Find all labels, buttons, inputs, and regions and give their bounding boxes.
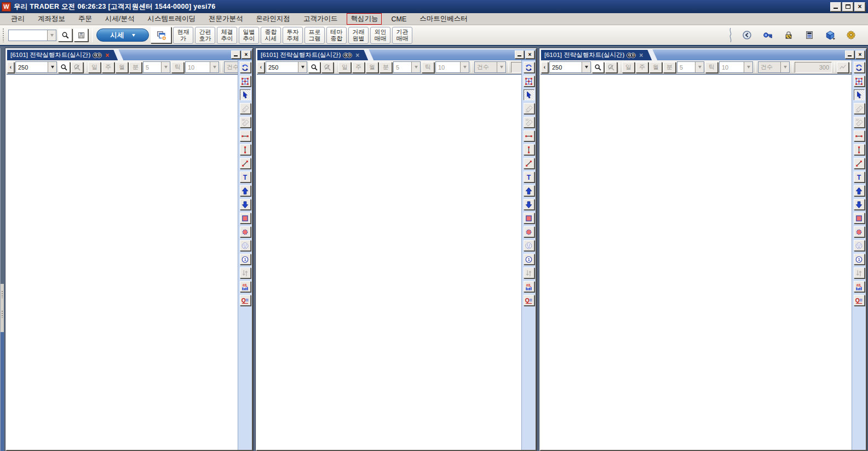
chart-canvas[interactable]	[257, 75, 521, 450]
menu-item-4[interactable]: 시세/분석	[100, 13, 140, 25]
quick-button-현재가[interactable]: 현재가	[173, 27, 193, 44]
menu-item-6[interactable]: 전문가분석	[203, 13, 249, 25]
menu-item-8[interactable]: 고객가이드	[298, 13, 343, 25]
stock-code-combo[interactable]	[8, 30, 56, 41]
scroll-left-button[interactable]: ‹	[7, 62, 14, 73]
quick-button-체결추이[interactable]: 체결추이	[217, 27, 237, 44]
rectangle-tool-button[interactable]	[854, 213, 865, 224]
horizontal-line-button[interactable]	[240, 130, 251, 141]
memo-button[interactable]: Q	[524, 295, 534, 306]
dock-grip[interactable]	[1, 310, 3, 318]
child-close-button[interactable]: ×	[525, 50, 534, 59]
clone-window-button[interactable]	[151, 27, 171, 43]
tab-close-icon[interactable]: ×	[105, 52, 109, 59]
chart-window-tab[interactable]: [6101] 전략실행차트(실시간) GD ×	[257, 50, 368, 60]
ellipse-tool-button[interactable]	[854, 226, 865, 237]
toolbar-grip[interactable]	[2, 28, 5, 42]
chart-window-titlebar[interactable]: [6101] 전략실행차트(실시간) GD × ×	[541, 49, 866, 60]
rectangle-tool-button[interactable]	[524, 213, 534, 224]
menu-item-7[interactable]: 온라인지점	[250, 13, 296, 25]
trend-line-button[interactable]	[524, 158, 534, 169]
menu-item-2[interactable]: 계좌정보	[32, 13, 71, 25]
trend-line-button[interactable]	[854, 158, 865, 169]
profit-loss-button[interactable]: #/L	[854, 281, 865, 292]
dock-grip[interactable]	[1, 290, 3, 298]
refresh-button[interactable]	[240, 62, 251, 73]
arrow-up-button[interactable]	[854, 185, 865, 196]
child-minimize-button[interactable]	[845, 50, 854, 59]
chevron-down-icon[interactable]	[47, 30, 56, 41]
arrow-down-button[interactable]	[240, 199, 251, 210]
smiley-tool-button[interactable]	[240, 240, 251, 251]
chart-search-button[interactable]	[592, 62, 604, 73]
collapse-handle-icon[interactable]	[728, 28, 733, 42]
vertical-line-button[interactable]	[854, 144, 865, 155]
period-combo[interactable]: 250	[15, 61, 57, 73]
chart-search-button[interactable]	[308, 62, 320, 73]
quick-button-테마종합[interactable]: 테마종합	[326, 27, 347, 44]
quick-button-기관매매[interactable]: 기관매매	[392, 27, 412, 44]
text-tool-button[interactable]: T	[854, 172, 865, 182]
left-dock-splitter[interactable]	[0, 48, 4, 451]
menu-item-10[interactable]: CME	[386, 14, 412, 24]
vertical-line-button[interactable]	[240, 144, 251, 155]
quick-button-종합시세[interactable]: 종합시세	[261, 27, 281, 44]
tab-close-icon[interactable]: ×	[639, 52, 643, 59]
period-combo[interactable]: 250	[549, 61, 591, 73]
chart-window-titlebar[interactable]: [6101] 전략실행차트(실시간) GD × ×	[257, 49, 536, 60]
horizontal-line-button[interactable]	[524, 130, 534, 141]
refresh-button[interactable]	[854, 62, 865, 73]
chevron-down-icon[interactable]	[582, 62, 590, 72]
memo-button[interactable]: Q	[854, 295, 865, 306]
smiley-tool-button[interactable]	[524, 240, 534, 251]
memo-button[interactable]: Q	[240, 295, 251, 306]
text-tool-button[interactable]: T	[524, 172, 534, 182]
calculator-button[interactable]	[802, 28, 817, 42]
vertical-line-button[interactable]	[524, 144, 534, 155]
tab-close-icon[interactable]: ×	[355, 52, 359, 59]
child-minimize-button[interactable]	[515, 50, 524, 59]
cursor-tool-button[interactable]	[524, 89, 534, 100]
certificate-button[interactable]	[761, 28, 775, 42]
ellipse-tool-button[interactable]	[240, 226, 251, 237]
pattern-grid-button[interactable]	[240, 76, 251, 87]
smiley-tool-button[interactable]	[854, 240, 865, 251]
profit-loss-button[interactable]: #/L	[524, 281, 534, 292]
chevron-down-icon[interactable]	[298, 62, 307, 72]
arrow-down-button[interactable]	[524, 199, 534, 210]
quick-button-외인매매[interactable]: 외인매매	[370, 27, 390, 44]
cursor-tool-button[interactable]	[854, 89, 865, 100]
quick-button-거래원별[interactable]: 거래원별	[348, 27, 369, 44]
arrow-up-button[interactable]	[240, 185, 251, 196]
rectangle-tool-button[interactable]	[240, 213, 251, 224]
child-minimize-button[interactable]	[231, 50, 240, 59]
cursor-tool-button[interactable]	[240, 89, 251, 100]
quick-button-투자주체[interactable]: 투자주체	[283, 27, 303, 44]
number-marker-button[interactable]: 1	[240, 254, 251, 265]
child-close-button[interactable]: ×	[242, 50, 251, 59]
menu-item-9[interactable]: 핵심기능	[347, 13, 382, 25]
chart-canvas[interactable]	[7, 75, 238, 450]
scroll-left-button[interactable]: ‹	[541, 62, 548, 73]
trend-line-button[interactable]	[240, 158, 251, 169]
history-button[interactable]	[740, 28, 754, 42]
menu-item-11[interactable]: 스마트인베스터	[414, 13, 473, 25]
cube-view-button[interactable]	[823, 28, 837, 42]
period-combo[interactable]: 250	[266, 61, 307, 73]
chart-canvas[interactable]	[541, 75, 852, 450]
maximize-button[interactable]	[842, 2, 853, 12]
menu-item-3[interactable]: 주문	[73, 13, 97, 25]
number-marker-button[interactable]: 1	[524, 254, 534, 265]
quick-button-일별추이[interactable]: 일별추이	[239, 27, 259, 44]
menu-item-5[interactable]: 시스템트레이딩	[142, 13, 201, 25]
ellipse-tool-button[interactable]	[524, 226, 534, 237]
child-close-button[interactable]: ×	[855, 50, 865, 59]
quick-button-프로그램[interactable]: 프로그램	[304, 27, 325, 44]
scroll-left-button[interactable]: ‹	[257, 62, 265, 73]
chart-window-titlebar[interactable]: [6101] 전략실행차트(실시간) GD × ×	[7, 49, 252, 60]
number-marker-button[interactable]: 1	[854, 254, 865, 265]
refresh-button[interactable]	[524, 62, 534, 73]
horizontal-line-button[interactable]	[854, 130, 865, 141]
minimize-button[interactable]	[830, 2, 841, 12]
view-selector-button[interactable]: 시세	[96, 28, 149, 42]
